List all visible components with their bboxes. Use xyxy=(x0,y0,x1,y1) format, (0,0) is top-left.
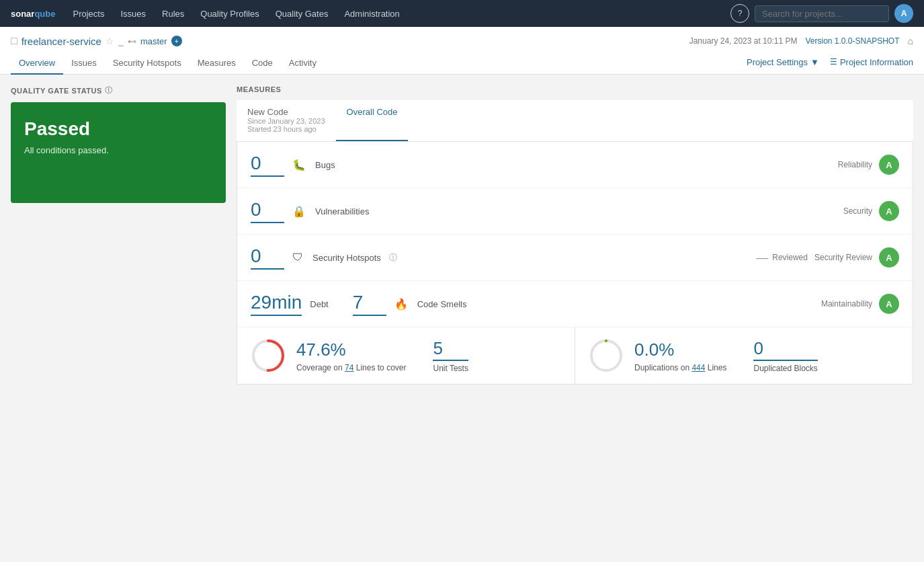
reviewed-row: — Reviewed xyxy=(756,251,808,265)
nav-projects[interactable]: Projects xyxy=(66,0,111,27)
security-review-label: Security Review xyxy=(814,253,872,262)
home-icon[interactable]: ⌂ xyxy=(908,36,913,46)
nav-rules[interactable]: Rules xyxy=(155,0,191,27)
add-branch-button[interactable]: + xyxy=(171,36,182,46)
nav-quality-profiles[interactable]: Quality Profiles xyxy=(194,0,265,27)
metric-row-maintainability: 29min Debt 7 🔥 Code Smells Maintainabili… xyxy=(237,281,913,327)
hotspots-right: — Reviewed Security Review A xyxy=(756,247,899,268)
tab-measures[interactable]: Measures xyxy=(190,52,244,75)
dash-icon: — xyxy=(756,251,768,265)
tab-security-hotspots[interactable]: Security Hotspots xyxy=(105,52,190,75)
project-icon: □ xyxy=(11,35,17,47)
sub-nav-right: Project Settings ▼ ☰ Project Information xyxy=(747,57,913,70)
favorite-star-icon[interactable]: ☆ xyxy=(106,36,114,46)
tab-code[interactable]: Code xyxy=(244,52,281,75)
maintainability-right: Maintainability A xyxy=(821,294,899,314)
duplicated-blocks-label: Duplicated Blocks xyxy=(753,364,817,373)
coverage-circle xyxy=(251,338,286,373)
coverage-cell: 47.6% Coverage on 74 Lines to cover 5 Un… xyxy=(237,327,575,384)
reliability-grade: A xyxy=(879,155,899,175)
measures-label: Measures xyxy=(237,85,913,93)
unit-tests-block: 5 Unit Tests xyxy=(433,338,468,373)
vulnerabilities-right: Security A xyxy=(843,201,899,221)
new-code-tab-label: New Code xyxy=(247,107,325,117)
search-input[interactable] xyxy=(755,5,889,22)
logo: sonarqube xyxy=(11,9,55,19)
tab-overview[interactable]: Overview xyxy=(11,52,63,75)
project-version[interactable]: Version 1.0.0-SNAPSHOT xyxy=(805,36,899,46)
smells-icon: 🔥 xyxy=(394,298,408,311)
reviewed-label: Reviewed xyxy=(772,253,808,262)
project-header: □ freelancer-service ☆ ⎯ ⊷ master + Janu… xyxy=(0,27,924,75)
unit-tests-label: Unit Tests xyxy=(433,364,468,373)
duplicated-blocks-block: 0 Duplicated Blocks xyxy=(753,338,817,373)
vulnerabilities-label: Vulnerabilities xyxy=(315,206,369,216)
new-code-started: Started 23 hours ago xyxy=(247,125,325,133)
lock-icon: 🔒 xyxy=(292,205,306,218)
duplications-circle xyxy=(589,338,624,373)
tab-issues[interactable]: Issues xyxy=(63,52,105,75)
hotspots-label: Security Hotspots xyxy=(312,253,381,263)
project-settings-label: Project Settings xyxy=(747,57,808,67)
debt-label: Debt xyxy=(310,299,328,309)
bugs-label: Bugs xyxy=(315,160,335,170)
code-smells-count[interactable]: 7 xyxy=(353,292,386,316)
help-hotspots-icon[interactable]: ⓘ xyxy=(389,252,397,264)
branch-separator: ⎯ xyxy=(118,36,124,46)
quality-gate-message: All conditions passed. xyxy=(24,145,212,155)
overall-code-tab-label: Overall Code xyxy=(347,107,398,117)
project-information-label: Project Information xyxy=(840,57,913,67)
metric-row-bugs: 0 🐛 Bugs Reliability A xyxy=(237,142,913,188)
tab-overall-code[interactable]: Overall Code xyxy=(336,100,409,141)
measures-tabs: New Code Since January 23, 2023 Started … xyxy=(237,100,913,142)
duplications-stats: 0.0% Duplications on 444 Lines xyxy=(634,339,726,372)
help-button[interactable]: ? xyxy=(730,4,749,23)
metric-row-hotspots: 0 🛡 Security Hotspots ⓘ — Reviewed Secur… xyxy=(237,235,913,281)
coverage-lines-link[interactable]: 74 xyxy=(345,363,353,372)
quality-gate-status: Passed xyxy=(24,118,212,140)
vulnerabilities-count[interactable]: 0 xyxy=(251,199,284,223)
right-panel: Measures New Code Since January 23, 2023… xyxy=(237,85,913,385)
branch-icon: ⊷ xyxy=(128,36,136,46)
list-icon: ☰ xyxy=(830,57,837,67)
security-review-grade: A xyxy=(879,247,899,268)
nav-quality-gates[interactable]: Quality Gates xyxy=(269,0,335,27)
code-smells-label: Code Smells xyxy=(417,299,467,309)
duplications-lines-link[interactable]: 444 xyxy=(691,363,705,372)
tab-activity[interactable]: Activity xyxy=(281,52,325,75)
quality-gate-label: Quality Gate Status ⓘ xyxy=(11,85,226,95)
duplications-percent[interactable]: 0.0% xyxy=(634,339,726,360)
project-timestamp: January 24, 2023 at 10:11 PM xyxy=(689,36,798,46)
user-avatar[interactable]: A xyxy=(894,4,913,23)
debt-value[interactable]: 29min xyxy=(251,292,302,316)
metric-row-vulnerabilities: 0 🔒 Vulnerabilities Security A xyxy=(237,188,913,235)
project-name[interactable]: freelancer-service xyxy=(22,36,101,47)
bugs-count[interactable]: 0 xyxy=(251,153,284,177)
chevron-down-icon: ▼ xyxy=(810,57,819,67)
coverage-stats: 47.6% Coverage on 74 Lines to cover xyxy=(296,339,406,372)
hotspots-count[interactable]: 0 xyxy=(251,245,284,270)
top-nav: sonarqube Projects Issues Rules Quality … xyxy=(0,0,924,27)
duplicated-blocks-count[interactable]: 0 xyxy=(753,338,817,361)
reliability-label: Reliability xyxy=(838,160,872,169)
project-information-button[interactable]: ☰ Project Information xyxy=(830,57,913,67)
unit-tests-count[interactable]: 5 xyxy=(433,338,468,361)
maintainability-grade: A xyxy=(879,294,899,314)
project-meta: January 24, 2023 at 10:11 PM Version 1.0… xyxy=(689,36,913,46)
security-grade: A xyxy=(879,201,899,221)
new-code-since: Since January 23, 2023 xyxy=(247,117,325,125)
tab-new-code[interactable]: New Code Since January 23, 2023 Started … xyxy=(237,100,336,141)
main-content: Quality Gate Status ⓘ Passed All conditi… xyxy=(0,75,924,395)
security-label: Security xyxy=(843,206,872,216)
sub-nav: Overview Issues Security Hotspots Measur… xyxy=(11,52,913,74)
svg-point-2 xyxy=(591,341,621,370)
nav-issues[interactable]: Issues xyxy=(114,0,153,27)
metrics-container: 0 🐛 Bugs Reliability A 0 🔒 Vulnerabiliti… xyxy=(237,142,913,385)
branch-name[interactable]: master xyxy=(140,36,167,46)
bug-icon: 🐛 xyxy=(292,159,306,171)
nav-administration[interactable]: Administration xyxy=(337,0,406,27)
coverage-percent[interactable]: 47.6% xyxy=(296,339,406,360)
quality-gate-help-icon[interactable]: ⓘ xyxy=(105,85,113,95)
project-settings-button[interactable]: Project Settings ▼ xyxy=(747,57,819,67)
project-breadcrumb: □ freelancer-service ☆ ⎯ ⊷ master + Janu… xyxy=(11,27,913,52)
